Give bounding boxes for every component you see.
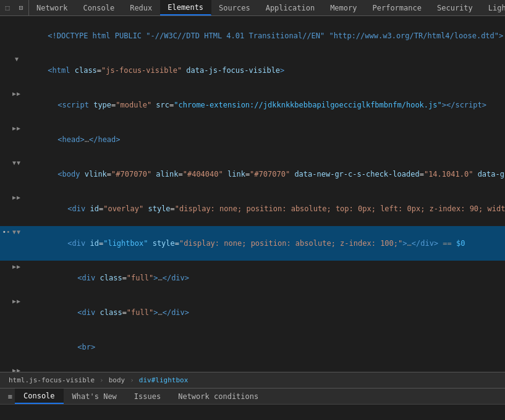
- tab-performance[interactable]: Performance: [365, 0, 430, 15]
- table-row[interactable]: ▶ <center>…</center>: [0, 364, 505, 372]
- breadcrumb-item-html[interactable]: html.js-focus-visible: [5, 375, 98, 385]
- elements-panel: <!DOCTYPE html PUBLIC "-//W3C//DTD HTML …: [0, 16, 505, 372]
- cursor-icon[interactable]: ⬚: [2, 3, 12, 13]
- expand-arrow[interactable]: ▶: [12, 88, 21, 99]
- bottom-tab-bar: ≡ Console What's New Issues Network cond…: [0, 388, 505, 404]
- tab-elements[interactable]: Elements: [160, 0, 211, 15]
- table-row[interactable]: ▼ <body vlink="#707070" alink="#404040" …: [0, 157, 505, 191]
- code-content: <div class="full">…</div>: [21, 296, 503, 329]
- expand-arrow[interactable]: ▶: [12, 192, 21, 203]
- tab-network[interactable]: Network: [29, 0, 76, 15]
- tab-sources[interactable]: Sources: [211, 0, 258, 15]
- tab-issues[interactable]: Issues: [125, 388, 169, 404]
- console-panel: [0, 404, 505, 420]
- expand-arrow[interactable]: ▼: [12, 227, 21, 238]
- bottom-menu-icon[interactable]: ≡: [5, 388, 15, 405]
- breadcrumb-separator: ›: [129, 376, 135, 384]
- code-content: <head>…</head>: [21, 123, 503, 156]
- breadcrumb-separator: ›: [98, 376, 105, 384]
- breadcrumb-item-body[interactable]: body: [105, 375, 129, 385]
- code-content: <script type="module" src="chrome-extens…: [21, 88, 503, 122]
- tab-memory[interactable]: Memory: [323, 0, 365, 15]
- devtools-tab-bar: ⬚ ⊡ Network Console Redux Elements Sourc…: [0, 0, 505, 16]
- table-row[interactable]: ▶ <script type="module" src="chrome-exte…: [0, 88, 505, 122]
- code-content: <html class="js-focus-visible" data-js-f…: [21, 54, 503, 87]
- code-content: <br>: [21, 330, 503, 364]
- expand-arrow[interactable]: [12, 54, 21, 65]
- code-content: <div id="overlay" style="display: none; …: [21, 192, 505, 225]
- tab-network-conditions[interactable]: Network conditions: [169, 388, 267, 404]
- table-row[interactable]: • ▼ <div id="lightbox" style="display: n…: [0, 226, 505, 261]
- table-row[interactable]: ▶ <div class="full">…</div>: [0, 261, 505, 295]
- line-gutter: •: [0, 227, 12, 238]
- table-row[interactable]: <br>: [0, 330, 505, 364]
- expand-arrow[interactable]: ▶: [12, 365, 21, 372]
- table-row[interactable]: <html class="js-focus-visible" data-js-f…: [0, 53, 505, 88]
- breadcrumb-item-lightbox[interactable]: div#lightbox: [135, 375, 192, 385]
- code-content: <center>…</center>: [21, 365, 503, 372]
- breadcrumb-bar: html.js-focus-visible › body › div#light…: [0, 372, 505, 388]
- table-row[interactable]: ▶ <div id="overlay" style="display: none…: [0, 191, 505, 226]
- tab-whats-new[interactable]: What's New: [64, 388, 125, 404]
- tab-lighthouse[interactable]: Lighthouse: [481, 0, 505, 15]
- expand-arrow[interactable]: ▶: [12, 296, 21, 307]
- table-row[interactable]: <!DOCTYPE html PUBLIC "-//W3C//DTD HTML …: [0, 19, 505, 53]
- code-content: <!DOCTYPE html PUBLIC "-//W3C//DTD HTML …: [21, 19, 503, 52]
- tab-redux[interactable]: Redux: [122, 0, 160, 15]
- expand-arrow[interactable]: ▼: [12, 158, 21, 169]
- code-content: <div id="lightbox" style="display: none;…: [21, 227, 503, 260]
- tab-console-bottom[interactable]: Console: [15, 388, 64, 404]
- tab-icons: ⬚ ⊡: [0, 0, 29, 15]
- tab-application[interactable]: Application: [258, 0, 323, 15]
- table-row[interactable]: ▶ <div class="full">…</div>: [0, 295, 505, 330]
- tab-console[interactable]: Console: [76, 0, 123, 15]
- tab-security[interactable]: Security: [430, 0, 481, 15]
- code-content: <body vlink="#707070" alink="#404040" li…: [21, 158, 505, 191]
- expand-arrow[interactable]: ▶: [12, 123, 21, 134]
- table-row[interactable]: ▶ <head>…</head>: [0, 122, 505, 157]
- code-content: <div class="full">…</div>: [21, 261, 503, 295]
- inspect-icon[interactable]: ⊡: [16, 3, 26, 13]
- expand-arrow[interactable]: ▶: [12, 261, 21, 272]
